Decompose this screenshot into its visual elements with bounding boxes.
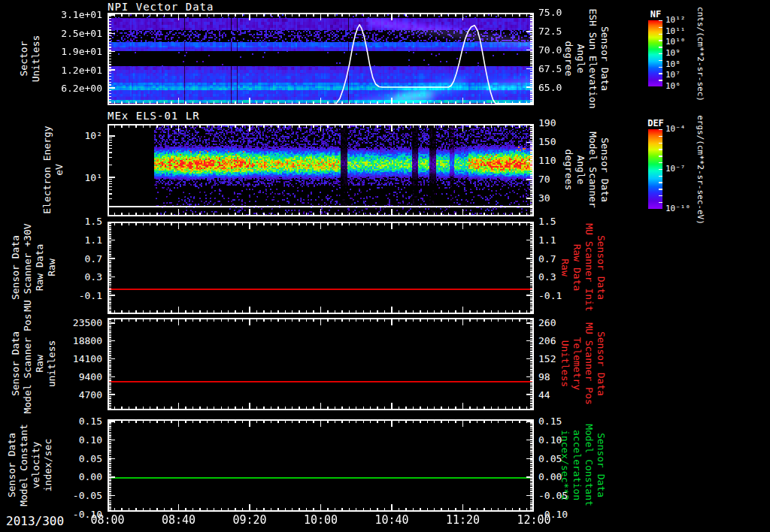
ytick-label: 72.5	[538, 26, 580, 37]
mu30v-right-ticks: 1.51.10.70.3-0.1	[538, 216, 580, 301]
nf-colorbar-units: cnts/(cm**2-sr-sec)	[696, 7, 705, 101]
ytick-label: 206	[538, 335, 580, 346]
velocity-right-ticks: 0.150.100.050.00-0.05-0.10	[538, 416, 580, 520]
xtick-label: 09:20	[232, 514, 266, 526]
nf-colorbar-title: NF	[644, 9, 667, 20]
ytick-label: 14100	[44, 353, 102, 364]
nf-colorbar	[648, 20, 662, 86]
nf-colorbar-minor-ticks	[659, 20, 662, 86]
ytick-label: -0.05	[538, 490, 580, 501]
ytick-label: 0.05	[44, 453, 102, 464]
colorbar-tick-label: 10⁻⁷	[665, 164, 696, 174]
ytick-label: 1.5	[538, 216, 580, 227]
velocity-left-ticks: 0.150.100.050.00-0.05-0.10	[44, 416, 102, 520]
def-colorbar-title: DEF	[644, 118, 667, 128]
ytick-label: 1.1	[44, 234, 102, 246]
ytick-label: 0.15	[44, 416, 102, 427]
ytick-label: 0.00	[538, 471, 580, 482]
xtick-label: 08:40	[162, 514, 196, 526]
ytick-label: 3.1e+01	[44, 9, 102, 20]
ytick-label: 0.3	[538, 271, 580, 283]
def-colorbar-units: ergs/(cm**2-sr-sec-eV)	[696, 115, 705, 225]
ytick-label: 6.2e+00	[44, 83, 102, 94]
date-label: 2013/300	[6, 514, 64, 528]
xtick-label: 08:00	[90, 514, 124, 526]
ytick-label: 75.0	[538, 7, 580, 18]
panel-mu30v-frame	[108, 222, 534, 314]
ytick-label: 70.0	[538, 44, 580, 56]
ytick-label: 1.1	[538, 234, 580, 246]
ytick-label: 152	[538, 353, 580, 364]
ytick-label: 9400	[44, 371, 102, 382]
ytick-label: 0.10	[44, 434, 102, 446]
els-left-ticks: 10²10¹	[44, 130, 102, 183]
def-colorbar	[648, 129, 662, 209]
scannerpos-left-ticks: 23500188001410094004700	[44, 317, 102, 401]
ytick-label: 0.05	[538, 453, 580, 464]
ytick-label: 0.7	[538, 253, 580, 264]
colorbar-tick-label: 10¹⁰	[665, 37, 696, 47]
ytick-label: -0.1	[538, 290, 580, 301]
ytick-label: 0.7	[44, 253, 102, 264]
ytick-label: 67.5	[538, 63, 580, 74]
panel-npi-frame	[108, 13, 534, 105]
ytick-label: 0.15	[538, 416, 580, 427]
plot-window: NPI Vector Data MEx ELS-01 LR Sector Uni…	[0, 0, 770, 532]
ytick-label: 150	[538, 136, 580, 147]
ytick-label: 70	[538, 174, 580, 185]
ytick-label: -0.05	[44, 490, 102, 501]
def-colorbar-ticks: 10⁻⁴10⁻⁷10⁻¹⁰	[665, 124, 696, 214]
colorbar-tick-label: 10¹¹	[665, 26, 696, 37]
mu30v-left-ticks: 1.51.10.70.3-0.1	[44, 216, 102, 301]
ytick-label: 44	[538, 389, 580, 401]
ytick-label: 0.3	[44, 271, 102, 283]
els-right-ticks: 1901501107030	[538, 117, 580, 204]
def-colorbar-minor-ticks	[659, 129, 662, 209]
colorbar-tick-label: 10⁻⁴	[665, 124, 696, 135]
colorbar-tick-label: 10⁶	[665, 81, 696, 92]
ytick-label: 1.5	[44, 216, 102, 227]
xtick-label: 10:00	[304, 514, 338, 526]
ytick-label: 0.00	[44, 471, 102, 482]
colorbar-tick-label: 10⁸	[665, 59, 696, 70]
colorbar-tick-label: 10⁹	[665, 48, 696, 59]
npi-right-ticks: 75.072.570.067.565.0	[538, 7, 580, 93]
ytick-label: 98	[538, 371, 580, 382]
ytick-label: 23500	[44, 317, 102, 328]
ytick-label: 10¹	[44, 172, 102, 183]
x-tick-row: 08:0008:4009:2010:0010:4011:2012:00	[108, 514, 534, 526]
scannerpos-right-ticks: 2602061529844	[538, 317, 580, 401]
ytick-label: 18800	[44, 335, 102, 346]
ytick-label: 10²	[44, 130, 102, 141]
ytick-label: 65.0	[538, 82, 580, 93]
panel-els-title: MEx ELS-01 LR	[108, 110, 200, 122]
ytick-label: -0.1	[44, 290, 102, 301]
ytick-label: 2.5e+01	[44, 28, 102, 39]
ytick-label: 260	[538, 317, 580, 328]
panel-npi-title: NPI Vector Data	[108, 1, 214, 13]
ytick-label: 4700	[44, 389, 102, 401]
xtick-label: 10:40	[374, 514, 408, 526]
ytick-label: 110	[538, 155, 580, 166]
xtick-label: 11:20	[446, 514, 480, 526]
ytick-label: 1.9e+01	[44, 46, 102, 57]
colorbar-tick-label: 10⁻¹⁰	[665, 204, 696, 214]
panel-els-frame	[108, 124, 534, 216]
colorbar-tick-label: 10¹²	[665, 15, 696, 26]
ytick-label: 30	[538, 192, 580, 204]
npi-left-ticks: 3.1e+012.5e+011.9e+011.2e+016.2e+00	[44, 9, 102, 94]
colorbar-tick-label: 10⁷	[665, 70, 696, 80]
ytick-label: 1.2e+01	[44, 65, 102, 76]
npi-left-axis-title: Sector Unitless	[18, 35, 42, 83]
panel-scannerpos-frame	[108, 318, 534, 410]
nf-colorbar-ticks: 10¹²10¹¹10¹⁰10⁹10⁸10⁷10⁶	[665, 15, 696, 92]
xtick-label: 12:00	[517, 514, 550, 526]
panel-velocity-frame	[108, 419, 534, 512]
ytick-label: 190	[538, 117, 580, 128]
ytick-label: 0.10	[538, 434, 580, 446]
